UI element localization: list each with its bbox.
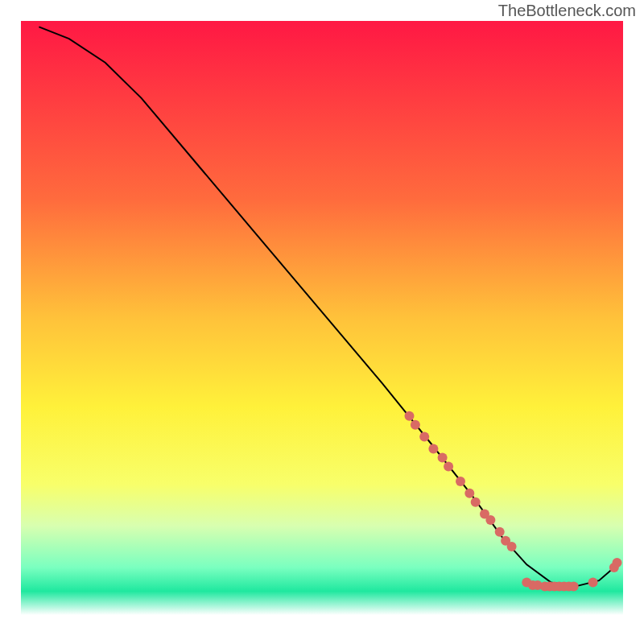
chart-container: TheBottleneck.com xyxy=(0,0,644,644)
data-marker xyxy=(464,489,474,498)
data-marker xyxy=(428,444,438,453)
data-marker xyxy=(405,411,415,421)
data-marker xyxy=(485,515,495,525)
data-marker xyxy=(569,582,579,592)
data-marker xyxy=(471,497,481,507)
watermark-text: TheBottleneck.com xyxy=(498,2,636,20)
plot-background xyxy=(21,21,623,615)
data-marker xyxy=(495,527,505,537)
data-marker xyxy=(438,452,448,462)
data-marker xyxy=(507,542,517,551)
data-marker xyxy=(588,577,598,587)
bottleneck-chart xyxy=(0,0,644,644)
data-marker xyxy=(456,477,465,486)
data-marker xyxy=(419,432,429,442)
data-marker xyxy=(613,558,622,568)
data-marker xyxy=(411,420,420,430)
data-marker xyxy=(444,462,453,472)
